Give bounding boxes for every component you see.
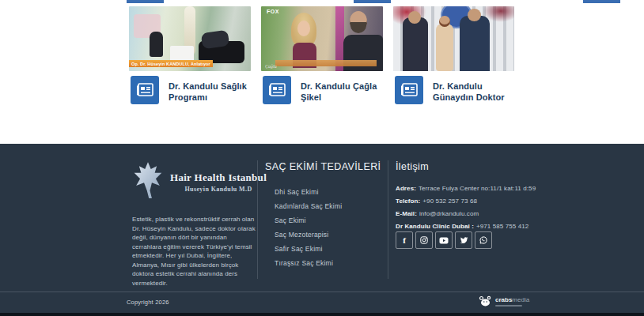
footer-link-sac-mezoterapisi[interactable]: Saç Mezoterapisi	[275, 231, 328, 239]
video-link-saglik-programi[interactable]: Dr. Kandulu Sağlık Programı	[131, 76, 251, 104]
contact-email-row: E-Mail:info@drkandulu.com	[396, 210, 479, 217]
video-card-saglik-programi: Op. Dr. Hüseyin KANDULU, Anlatıyor	[129, 6, 251, 71]
instagram-icon[interactable]	[415, 231, 433, 249]
contact-label: Dr Kandulu Clinic Dubai :	[396, 223, 474, 230]
twitter-icon[interactable]	[455, 231, 472, 249]
footer-link-safir-sac-ekimi[interactable]: Safir Saç Ekimi	[275, 245, 323, 253]
page-bottom-strip	[0, 313, 644, 316]
newspaper-icon	[263, 76, 291, 104]
contact-value: Terrace Fulya Center no:11/1 kat:11 d:59	[419, 185, 536, 192]
whatsapp-icon[interactable]	[475, 231, 492, 249]
figure-shape	[408, 11, 421, 24]
newspaper-icon	[131, 76, 159, 104]
contact-label: Adres:	[396, 185, 416, 192]
video-thumbnail-gunaydin-doktor[interactable]	[393, 6, 514, 71]
leaf-icon	[132, 161, 164, 202]
credit-name-light: media	[512, 296, 529, 303]
footer-logo: Hair Health Istanbul Huseyin Kandulu M.D	[132, 161, 267, 202]
lower-third-text: Op. Dr. Hüseyin KANDULU, Anlatıyor	[129, 62, 210, 66]
video-link-gunaydin-doktor[interactable]: Dr. Kandulu Günaydın Doktor	[395, 76, 515, 104]
video-card-cagla-sikel: FOX Çağla	[261, 6, 383, 71]
lower-third-banner	[275, 60, 377, 66]
contact-column-title: İletişim	[396, 161, 429, 172]
facebook-icon[interactable]: f	[396, 231, 413, 249]
contact-phone-row: Telefon:+90 532 257 73 68	[396, 198, 477, 205]
footer-link-kadinlarda-sac-ekimi[interactable]: Kadınlarda Saç Ekimi	[275, 202, 342, 210]
credit-logo[interactable]: crabsmedia	[479, 295, 529, 307]
contact-value[interactable]: +971 585 755 412	[476, 223, 528, 230]
contact-dubai-row: Dr Kandulu Clinic Dubai :+971 585 755 41…	[396, 223, 528, 230]
contact-address-row: Adres:Terrace Fulya Center no:11/1 kat:1…	[396, 185, 536, 192]
figure-shape	[297, 21, 310, 36]
footer-link-tirassiz-sac-ekimi[interactable]: Tıraşsız Saç Ekimi	[275, 259, 333, 267]
contact-value[interactable]: info@drkandulu.com	[419, 210, 479, 217]
show-watermark: Çağla	[265, 64, 277, 69]
figure-shape	[439, 16, 450, 27]
brand-subtitle: Huseyin Kandulu M.D	[170, 186, 267, 193]
treatments-column-title: SAÇ EKİMİ TEDAVİLERİ	[265, 161, 381, 172]
figure-shape	[436, 24, 453, 71]
figure-shape	[460, 16, 490, 71]
crab-icon	[479, 295, 492, 307]
footer-link-sac-ekimi[interactable]: Saç Ekimi	[275, 216, 306, 224]
video-title: Dr. Kandulu Sağlık Programı	[169, 81, 251, 103]
cutoff-tab-indicator[interactable]	[354, 0, 391, 3]
social-links: f	[396, 231, 494, 249]
footer-link-dhi-sac-ekimi[interactable]: Dhi Saç Ekimi	[275, 188, 319, 196]
lower-third-banner: Op. Dr. Hüseyin KANDULU, Anlatıyor	[129, 60, 213, 67]
brand-name: Hair Health Istanbul	[170, 171, 267, 184]
video-link-cagla-sikel[interactable]: Dr. Kandulu Çağla Şikel	[263, 76, 383, 104]
footer: Hair Health Istanbul Huseyin Kandulu M.D…	[0, 144, 644, 292]
figure-shape	[150, 32, 163, 57]
contact-value[interactable]: +90 532 257 73 68	[422, 198, 477, 205]
studio-decor-shape	[170, 46, 194, 62]
video-thumbnail-saglik-programi[interactable]: Op. Dr. Hüseyin KANDULU, Anlatıyor	[129, 6, 251, 71]
footer-description: Estetik, plastik ve rekonstrüktif cerrah…	[132, 215, 257, 288]
video-title: Dr. Kandulu Çağla Şikel	[301, 81, 383, 103]
cutoff-tab-indicator[interactable]	[583, 0, 620, 3]
contact-label: E-Mail:	[396, 210, 417, 217]
figure-shape	[468, 9, 481, 21]
video-card-gunaydin-doktor	[393, 6, 514, 71]
video-thumbnail-cagla-sikel[interactable]: FOX Çağla	[261, 6, 383, 71]
video-title: Dr. Kandulu Günaydın Doktor	[433, 81, 515, 103]
credit-tagline	[495, 305, 522, 307]
youtube-icon[interactable]	[435, 231, 453, 249]
footer-column-divider	[257, 160, 258, 279]
credit-name-bold: crabs	[495, 296, 512, 303]
footer-column-divider	[388, 160, 388, 279]
contact-label: Telefon:	[396, 198, 420, 205]
channel-badge: FOX	[267, 9, 279, 14]
cutoff-tab-indicator[interactable]	[127, 0, 164, 3]
figure-shape	[403, 17, 428, 71]
copyright-text: Copyright 2026	[127, 299, 169, 306]
bottom-bar: Copyright 2026 crabsmedia	[0, 292, 644, 313]
newspaper-icon	[395, 76, 423, 104]
